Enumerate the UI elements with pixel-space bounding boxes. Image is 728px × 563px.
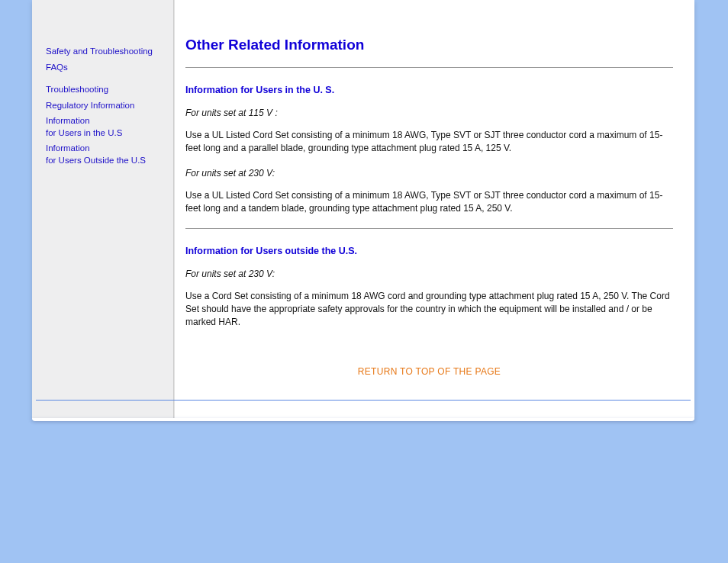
nav-link-faqs[interactable]: FAQs — [46, 62, 164, 74]
subhead-230v-us: For units set at 230 V: — [185, 168, 673, 179]
subhead-230v-outside: For units set at 230 V: — [185, 269, 673, 279]
nav-link-safety[interactable]: Safety and Troubleshooting — [46, 46, 164, 58]
nav-link-users-us-line1: Information — [46, 115, 164, 127]
divider — [185, 67, 673, 68]
subhead-115v: For units set at 115 V : — [185, 108, 673, 118]
nav-group-2: Troubleshooting Regulatory Information I… — [46, 84, 164, 166]
para-115v: Use a UL Listed Cord Set consisting of a… — [185, 129, 673, 156]
para-230v-us: Use a UL Listed Cord Set consisting of a… — [185, 189, 673, 216]
nav-group-1: Safety and Troubleshooting FAQs — [46, 46, 164, 73]
page-background: Safety and Troubleshooting FAQs Troubles… — [0, 0, 728, 563]
content-paper: Other Related Information Information fo… — [174, 0, 694, 420]
nav-link-users-outside-us[interactable]: Information for Users Outside the U.S — [46, 143, 164, 166]
nav-link-users-outside-us-line2: for Users Outside the U.S — [46, 155, 164, 167]
para-230v-outside: Use a Cord Set consisting of a minimum 1… — [185, 290, 673, 330]
document-container: Safety and Troubleshooting FAQs Troubles… — [32, 0, 694, 420]
doc-bottom-edge — [32, 418, 694, 421]
divider — [185, 228, 673, 229]
section-heading-outside-us: Information for Users outside the U.S. — [185, 246, 673, 256]
nav-link-troubleshooting[interactable]: Troubleshooting — [46, 84, 164, 96]
section-heading-us: Information for Users in the U. S. — [185, 85, 673, 95]
nav-link-users-us[interactable]: Information for Users in the U.S — [46, 115, 164, 139]
sidebar-nav: Safety and Troubleshooting FAQs Troubles… — [32, 0, 174, 420]
return-to-top-link[interactable]: RETURN TO TOP OF THE PAGE — [185, 366, 673, 377]
nav-link-regulatory[interactable]: Regulatory Information — [46, 100, 164, 112]
nav-link-users-us-line2: for Users in the U.S — [46, 127, 164, 140]
page-title: Other Related Information — [185, 37, 673, 53]
main-content: Other Related Information Information fo… — [174, 0, 694, 420]
nav-link-users-outside-us-line1: Information — [46, 143, 164, 155]
